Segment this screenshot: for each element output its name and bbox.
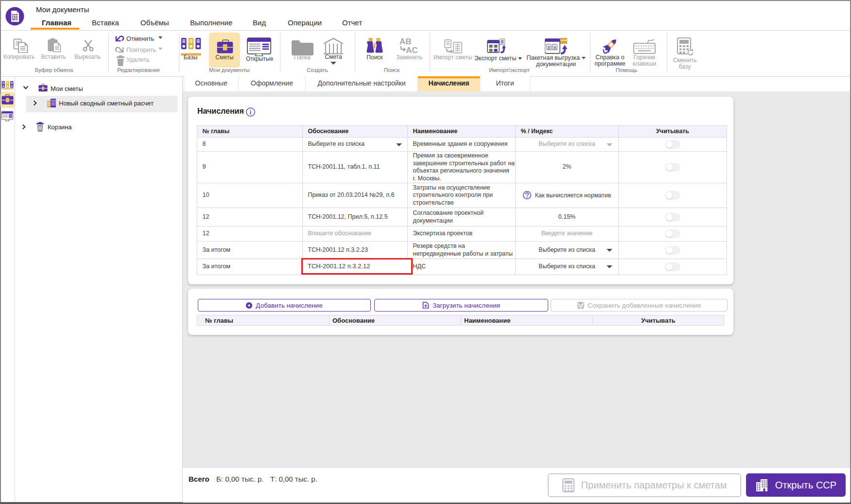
svg-text:AB: AB [399, 37, 412, 46]
